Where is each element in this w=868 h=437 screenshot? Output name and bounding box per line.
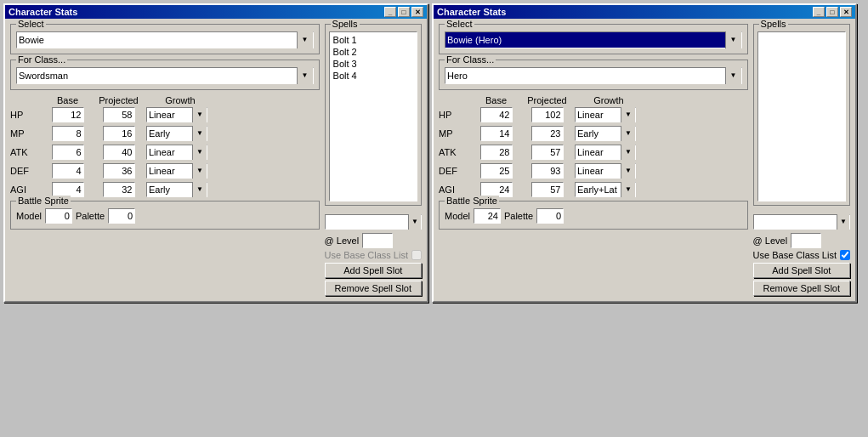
hp-base-col-1	[44, 107, 91, 122]
use-base-row-2: Use Base Class List	[753, 250, 850, 260]
hp-projected-input-1[interactable]	[103, 107, 135, 122]
header-base-1: Base	[44, 95, 91, 105]
palette-label-1: Palette	[76, 211, 105, 221]
atk-base-input-2[interactable]	[480, 145, 513, 160]
list-item[interactable]: Bolt 1	[332, 34, 415, 46]
atk-growth-wrapper-1: Linear Early Early+Lat	[146, 145, 207, 160]
window-title-1: Character Stats	[9, 7, 77, 17]
stats-grid-1: Base Projected Growth HP Linear	[10, 95, 320, 197]
mp-base-input-2[interactable]	[480, 126, 513, 141]
hp-growth-select-1[interactable]: Linear Early Early+Lat	[146, 107, 207, 122]
mp-projected-input-2[interactable]	[531, 126, 564, 141]
title-bar-1: Character Stats _ □ ✕	[5, 5, 427, 19]
def-base-input-1[interactable]	[52, 163, 84, 179]
use-base-checkbox-1[interactable]	[411, 250, 422, 260]
atk-projected-input-2[interactable]	[531, 145, 564, 160]
list-item[interactable]: Bolt 3	[332, 58, 415, 70]
def-base-input-2[interactable]	[480, 163, 513, 179]
battle-sprite-group-2: Battle Sprite Model Palette	[439, 201, 748, 230]
character-select-1[interactable]: Bowie	[16, 31, 314, 48]
agi-growth-select-2[interactable]: Linear Early Early+Lat	[575, 182, 636, 197]
remove-spell-button-1[interactable]: Remove Spell Slot	[325, 281, 422, 296]
header-base-2: Base	[473, 95, 519, 105]
character-select-2[interactable]: Bowie (Hero)	[445, 31, 742, 48]
class-select-2[interactable]: Hero	[445, 67, 742, 84]
atk-label-2: ATK	[439, 147, 473, 157]
def-growth-select-1[interactable]: Linear Early Early+Lat	[146, 163, 207, 179]
add-spell-button-1[interactable]: Add Spell Slot	[325, 263, 422, 278]
title-bar-2: Character Stats _ □ ✕	[434, 5, 855, 19]
level-input-2[interactable]	[791, 233, 821, 248]
maximize-button-2[interactable]: □	[826, 7, 838, 17]
battle-sprite-label-2: Battle Sprite	[445, 196, 499, 206]
mp-row-1: MP Linear Early Early+Lat	[10, 126, 320, 141]
mp-proj-col-2	[519, 126, 575, 141]
spell-list-2[interactable]	[757, 31, 846, 201]
mp-base-col-1	[44, 126, 91, 141]
model-input-1[interactable]	[45, 208, 72, 224]
mp-growth-select-1[interactable]: Linear Early Early+Lat	[146, 126, 207, 141]
minimize-button-1[interactable]: _	[384, 7, 396, 17]
def-growth-wrapper-1: Linear Early Early+Lat	[146, 163, 207, 179]
atk-growth-select-1[interactable]: Linear Early Early+Lat	[146, 145, 207, 160]
atk-base-input-1[interactable]	[52, 145, 84, 160]
atk-growth-select-2[interactable]: Linear Early Early+Lat	[575, 145, 636, 160]
agi-projected-input-2[interactable]	[531, 182, 564, 197]
select-group-2: Select Bowie (Hero)	[439, 24, 748, 54]
agi-growth-wrapper-2: Linear Early Early+Lat	[575, 182, 636, 197]
palette-input-1[interactable]	[108, 208, 135, 224]
select-label-2: Select	[445, 19, 474, 29]
level-label-2: @ Level	[753, 236, 788, 246]
hp-growth-select-2[interactable]: Linear Early Early+Lat	[575, 107, 636, 122]
close-button-2[interactable]: ✕	[840, 7, 852, 17]
def-row-1: DEF Linear Early Early+Lat	[10, 163, 320, 179]
add-spell-button-2[interactable]: Add Spell Slot	[753, 263, 850, 278]
header-growth-1: Growth	[146, 95, 214, 105]
maximize-button-1[interactable]: □	[398, 7, 410, 17]
use-base-checkbox-2[interactable]	[840, 250, 850, 260]
hp-base-input-1[interactable]	[52, 107, 84, 122]
list-item[interactable]: Bolt 4	[332, 70, 415, 82]
class-select-1[interactable]: Swordsman	[16, 67, 314, 84]
use-base-label-2: Use Base Class List	[753, 250, 837, 260]
spells-label-1: Spells	[331, 19, 360, 29]
right-col-2: Spells @ Level Use Base Class List Add S…	[753, 24, 850, 296]
atk-row-2: ATK Linear Early Early+Lat	[439, 145, 748, 160]
mp-growth-select-2[interactable]: Linear Early Early+Lat	[575, 126, 636, 141]
minimize-button-2[interactable]: _	[813, 7, 825, 17]
def-growth-wrapper-2: Linear Early Early+Lat	[575, 163, 636, 179]
agi-label-2: AGI	[439, 184, 473, 195]
header-projected-1: Projected	[91, 95, 146, 105]
agi-growth-select-1[interactable]: Linear Early Early+Lat	[146, 182, 207, 197]
agi-proj-col-2	[519, 182, 575, 197]
spell-dropdown-2[interactable]	[753, 214, 850, 230]
atk-proj-col-1	[91, 145, 146, 160]
class-group-1: For Class... Swordsman	[10, 60, 320, 90]
def-projected-input-2[interactable]	[531, 163, 564, 179]
def-projected-input-1[interactable]	[103, 163, 135, 179]
mp-projected-input-1[interactable]	[103, 126, 135, 141]
remove-spell-button-2[interactable]: Remove Spell Slot	[753, 281, 850, 296]
list-item[interactable]: Bolt 2	[332, 46, 415, 58]
close-button-1[interactable]: ✕	[411, 7, 423, 17]
mp-base-col-2	[473, 126, 519, 141]
def-growth-select-2[interactable]: Linear Early Early+Lat	[575, 163, 636, 179]
level-input-1[interactable]	[362, 233, 393, 248]
hp-projected-input-2[interactable]	[531, 107, 564, 122]
model-label-1: Model	[16, 211, 42, 221]
header-empty-1	[10, 95, 44, 105]
select-label-1: Select	[16, 19, 46, 29]
mp-row-2: MP Linear Early Early+Lat	[439, 126, 748, 141]
spell-list-1[interactable]: Bolt 1 Bolt 2 Bolt 3 Bolt 4	[329, 31, 417, 201]
hp-base-input-2[interactable]	[480, 107, 513, 122]
atk-growth-wrapper-2: Linear Early Early+Lat	[575, 145, 636, 160]
atk-row-1: ATK Linear Early Early+Lat	[10, 145, 320, 160]
def-proj-col-2	[519, 163, 575, 179]
atk-projected-input-1[interactable]	[103, 145, 135, 160]
model-input-2[interactable]	[474, 208, 501, 224]
mp-base-input-1[interactable]	[52, 126, 84, 141]
palette-input-2[interactable]	[536, 208, 564, 224]
mp-growth-wrapper-1: Linear Early Early+Lat	[146, 126, 207, 141]
spell-dropdown-1[interactable]	[325, 214, 422, 230]
agi-projected-input-1[interactable]	[103, 182, 135, 197]
